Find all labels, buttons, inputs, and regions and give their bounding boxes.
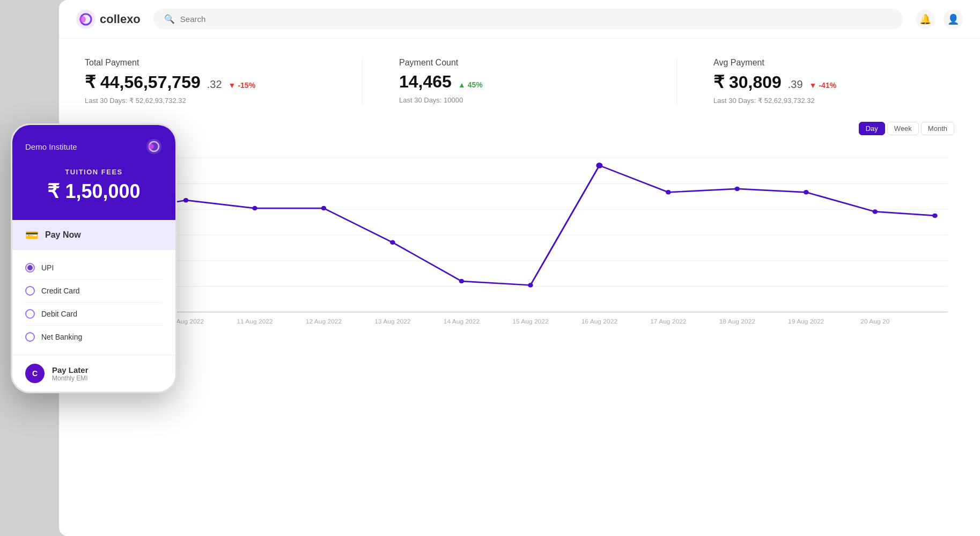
svg-text:15 Aug 2022: 15 Aug 2022 bbox=[512, 318, 548, 324]
chart-dot bbox=[252, 206, 257, 211]
arrow-up-icon: ▲ bbox=[458, 80, 466, 89]
svg-text:19 Aug 2022: 19 Aug 2022 bbox=[788, 318, 824, 324]
stat-avg-payment: Avg Payment ₹ 30,809 .39 ▼ -41% Last 30 … bbox=[713, 58, 954, 105]
phone-header-card: Demo Institute TUITION FEES ₹ 1,50,000 bbox=[12, 125, 175, 220]
chart-dot bbox=[183, 198, 189, 203]
chart-dot bbox=[390, 240, 395, 245]
period-day-button[interactable]: Day bbox=[859, 122, 885, 135]
chart-dot bbox=[321, 206, 327, 211]
stat-total-payment-value-row: ₹ 44,56,57,759 .32 ▼ -15% bbox=[85, 72, 326, 92]
stat-total-payment-sublabel: Last 30 Days: ₹ 52,62,93,732.32 bbox=[85, 97, 326, 105]
payment-method-debit-card[interactable]: Debit Card bbox=[25, 305, 163, 323]
radio-credit-card[interactable] bbox=[25, 286, 35, 296]
pay-later-subtitle: Monthly EMI bbox=[52, 375, 89, 382]
chart-dot bbox=[528, 283, 533, 288]
radio-upi[interactable] bbox=[25, 263, 35, 273]
pay-now-section[interactable]: 💳 Pay Now bbox=[12, 220, 175, 250]
chart-dot bbox=[735, 187, 740, 192]
divider-2 bbox=[25, 302, 163, 303]
stat-payment-count: Payment Count 14,465 ▲ 45% Last 30 Days:… bbox=[399, 58, 640, 105]
header: collexo 🔍 🔔 👤 bbox=[59, 0, 980, 39]
stats-section: Total Payment ₹ 44,56,57,759 .32 ▼ -15% … bbox=[59, 39, 980, 118]
search-bar[interactable]: 🔍 bbox=[153, 9, 903, 30]
user-button[interactable]: 👤 bbox=[944, 10, 963, 29]
search-input[interactable] bbox=[180, 14, 892, 24]
payment-method-debit-card-label: Debit Card bbox=[41, 310, 77, 318]
logo-icon bbox=[76, 10, 95, 29]
stat-avg-payment-badge: ▼ -41% bbox=[809, 81, 837, 90]
svg-point-2 bbox=[79, 16, 86, 23]
header-icons: 🔔 👤 bbox=[916, 10, 963, 29]
svg-text:20 Aug 20: 20 Aug 20 bbox=[860, 318, 889, 324]
stat-avg-payment-value-row: ₹ 30,809 .39 ▼ -41% bbox=[713, 72, 954, 92]
stat-payment-count-value-row: 14,465 ▲ 45% bbox=[399, 72, 640, 92]
payment-method-upi[interactable]: UPI bbox=[25, 259, 163, 277]
pay-now-label: Pay Now bbox=[45, 230, 81, 240]
payment-methods: UPI Credit Card Debit Card Net Banking bbox=[12, 250, 175, 355]
chart-header: Payment Trends Day Week Month bbox=[85, 122, 954, 135]
stat-total-payment-label: Total Payment bbox=[85, 58, 326, 68]
svg-text:13 Aug 2022: 13 Aug 2022 bbox=[374, 318, 410, 324]
period-week-button[interactable]: Week bbox=[887, 122, 919, 135]
stat-total-payment: Total Payment ₹ 44,56,57,759 .32 ▼ -15% … bbox=[85, 58, 326, 105]
stat-payment-count-label: Payment Count bbox=[399, 58, 640, 68]
svg-point-32 bbox=[149, 144, 154, 149]
chart-dot bbox=[873, 209, 878, 214]
chart-svg: 0 5M 10M 15M 20M 25M 30M bbox=[85, 144, 954, 326]
stat-divider-1 bbox=[362, 58, 363, 105]
chart-dot bbox=[459, 279, 465, 284]
chart-period-buttons: Day Week Month bbox=[859, 122, 954, 135]
payment-method-credit-card[interactable]: Credit Card bbox=[25, 282, 163, 300]
stat-payment-count-badge: ▲ 45% bbox=[458, 80, 483, 89]
arrow-down-icon-2: ▼ bbox=[809, 81, 817, 90]
pay-now-icon: 💳 bbox=[25, 229, 39, 241]
chart-dot bbox=[804, 190, 809, 195]
chart-dot bbox=[596, 163, 602, 168]
stat-total-payment-badge: ▼ -15% bbox=[229, 81, 256, 90]
payment-method-upi-label: UPI bbox=[41, 263, 54, 272]
stat-avg-payment-main: ₹ 30,809 bbox=[713, 72, 782, 92]
search-icon: 🔍 bbox=[164, 14, 175, 24]
payment-method-credit-card-label: Credit Card bbox=[41, 287, 80, 295]
period-month-button[interactable]: Month bbox=[921, 122, 954, 135]
notification-button[interactable]: 🔔 bbox=[916, 10, 935, 29]
svg-text:16 Aug 2022: 16 Aug 2022 bbox=[581, 318, 617, 324]
stat-divider-2 bbox=[676, 58, 677, 105]
stat-total-payment-main: ₹ 44,56,57,759 bbox=[85, 72, 201, 92]
phone-fee-label: TUITION FEES bbox=[25, 168, 163, 176]
divider bbox=[25, 279, 163, 280]
phone-institute-row: Demo Institute bbox=[25, 138, 163, 155]
stat-total-payment-badge-value: -15% bbox=[238, 81, 255, 90]
logo-text: collexo bbox=[100, 12, 141, 26]
user-icon: 👤 bbox=[947, 13, 959, 25]
phone-logo-icon bbox=[145, 138, 163, 155]
svg-text:18 Aug 2022: 18 Aug 2022 bbox=[719, 318, 755, 324]
payment-method-net-banking-label: Net Banking bbox=[41, 333, 82, 341]
radio-debit-card[interactable] bbox=[25, 309, 35, 319]
chart-dot bbox=[932, 214, 938, 218]
pay-later-title: Pay Later bbox=[52, 365, 89, 375]
pay-later-section[interactable]: C Pay Later Monthly EMI bbox=[12, 355, 175, 392]
radio-net-banking[interactable] bbox=[25, 332, 35, 342]
stat-avg-payment-sublabel: Last 30 Days: ₹ 52,62,93,732.32 bbox=[713, 97, 954, 105]
stat-avg-payment-decimal: .39 bbox=[788, 78, 803, 91]
svg-text:14 Aug 2022: 14 Aug 2022 bbox=[444, 318, 480, 324]
svg-text:11 Aug 2022: 11 Aug 2022 bbox=[237, 318, 272, 324]
stat-payment-count-main: 14,465 bbox=[399, 72, 452, 92]
pay-later-text: Pay Later Monthly EMI bbox=[52, 365, 89, 382]
stat-payment-count-badge-value: 45% bbox=[468, 80, 483, 89]
dashboard-panel: collexo 🔍 🔔 👤 Total Payment ₹ 44,56,57,7… bbox=[59, 0, 980, 536]
svg-text:12 Aug 2022: 12 Aug 2022 bbox=[306, 318, 342, 324]
arrow-down-icon: ▼ bbox=[229, 81, 236, 90]
phone-fee-amount: ₹ 1,50,000 bbox=[25, 180, 163, 203]
stat-avg-payment-label: Avg Payment bbox=[713, 58, 954, 68]
chart-section: Payment Trends Day Week Month 0 5M 10M 1… bbox=[59, 118, 980, 339]
phone-frame: Demo Institute TUITION FEES ₹ 1,50,000 💳… bbox=[11, 123, 177, 393]
stat-total-payment-decimal: .32 bbox=[207, 78, 222, 91]
bell-icon: 🔔 bbox=[919, 13, 931, 25]
payment-method-net-banking[interactable]: Net Banking bbox=[25, 328, 163, 346]
stat-payment-count-sublabel: Last 30 Days: 10000 bbox=[399, 96, 640, 104]
pay-later-icon: C bbox=[25, 364, 45, 383]
divider-3 bbox=[25, 325, 163, 326]
phone-institute-name: Demo Institute bbox=[25, 142, 77, 151]
